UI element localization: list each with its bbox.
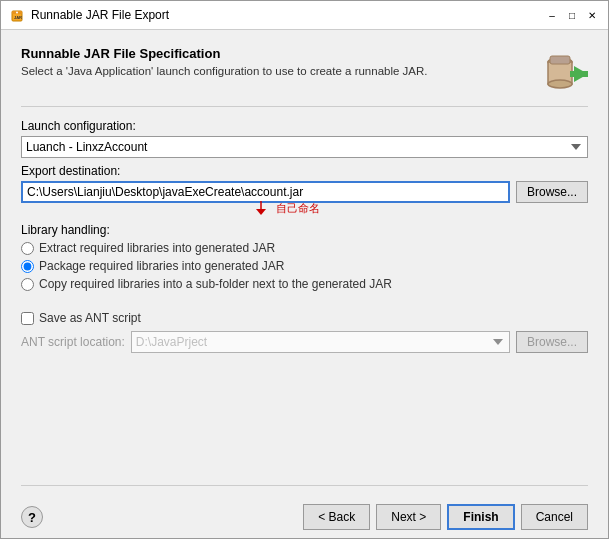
export-dest-input-row: Browse... — [21, 181, 588, 203]
svg-text:JAR: JAR — [14, 15, 22, 20]
launch-config-row: Launch configuration: Luanch - LinxzAcco… — [21, 119, 588, 158]
dialog-content: Runnable JAR File Specification Select a… — [1, 30, 608, 496]
library-handling-label: Library handling: — [21, 223, 588, 237]
section-description: Select a 'Java Application' launch confi… — [21, 65, 528, 77]
ant-location-row: ANT script location: D:\JavaPrject Brows… — [21, 331, 588, 353]
radio-copy-label: Copy required libraries into a sub-folde… — [21, 277, 588, 291]
export-dest-row: Export destination: Browse... — [21, 164, 588, 203]
radio-extract-label: Extract required libraries into generate… — [21, 241, 588, 255]
radio-extract-text: Extract required libraries into generate… — [39, 241, 275, 255]
ant-browse-button: Browse... — [516, 331, 588, 353]
maximize-button[interactable]: □ — [564, 7, 580, 23]
radio-copy[interactable] — [21, 278, 34, 291]
footer-left: ? — [21, 506, 43, 528]
ant-checkbox-row: Save as ANT script — [21, 311, 588, 325]
annotation — [251, 201, 271, 215]
ant-checkbox-label: Save as ANT script — [39, 311, 141, 325]
export-dest-input[interactable] — [21, 181, 510, 203]
cancel-button[interactable]: Cancel — [521, 504, 588, 530]
header-divider — [21, 106, 588, 107]
radio-package[interactable] — [21, 260, 34, 273]
next-button[interactable]: Next > — [376, 504, 441, 530]
footer-divider — [21, 485, 588, 486]
close-button[interactable]: ✕ — [584, 7, 600, 23]
ant-location-label: ANT script location: — [21, 335, 125, 349]
window-controls: – □ ✕ — [544, 7, 600, 23]
back-button[interactable]: < Back — [303, 504, 370, 530]
launch-config-input-row: Luanch - LinxzAccount — [21, 136, 588, 158]
svg-rect-7 — [550, 56, 570, 64]
dialog-footer: ? < Back Next > Finish Cancel — [1, 496, 608, 538]
title-bar: JAR Runnable JAR File Export – □ ✕ — [1, 1, 608, 30]
radio-package-label: Package required libraries into generate… — [21, 259, 588, 273]
svg-rect-9 — [570, 71, 588, 77]
radio-extract[interactable] — [21, 242, 34, 255]
finish-button[interactable]: Finish — [447, 504, 514, 530]
radio-copy-text: Copy required libraries into a sub-folde… — [39, 277, 392, 291]
radio-package-text: Package required libraries into generate… — [39, 259, 284, 273]
ant-checkbox[interactable] — [21, 312, 34, 325]
dialog-window: JAR Runnable JAR File Export – □ ✕ Runna… — [0, 0, 609, 539]
window-title: Runnable JAR File Export — [31, 8, 538, 22]
ant-location-select: D:\JavaPrject — [131, 331, 510, 353]
svg-marker-11 — [256, 209, 266, 215]
launch-config-select[interactable]: Luanch - LinxzAccount — [21, 136, 588, 158]
svg-point-6 — [548, 80, 572, 88]
help-button[interactable]: ? — [21, 506, 43, 528]
section-title: Runnable JAR File Specification — [21, 46, 528, 61]
annotation-text: 自己命名 — [276, 201, 320, 216]
wizard-header: Runnable JAR File Specification Select a… — [21, 46, 588, 94]
window-icon: JAR — [9, 7, 25, 23]
footer-right: < Back Next > Finish Cancel — [303, 504, 588, 530]
minimize-button[interactable]: – — [544, 7, 560, 23]
export-dest-label: Export destination: — [21, 164, 588, 178]
library-handling-row: Library handling: Extract required libra… — [21, 223, 588, 295]
export-browse-button[interactable]: Browse... — [516, 181, 588, 203]
wizard-header-text: Runnable JAR File Specification Select a… — [21, 46, 528, 91]
library-radio-group: Extract required libraries into generate… — [21, 241, 588, 291]
launch-config-label: Launch configuration: — [21, 119, 588, 133]
svg-point-2 — [16, 12, 18, 14]
wizard-icon — [540, 46, 588, 94]
annotation-area: 自己命名 — [21, 201, 588, 221]
